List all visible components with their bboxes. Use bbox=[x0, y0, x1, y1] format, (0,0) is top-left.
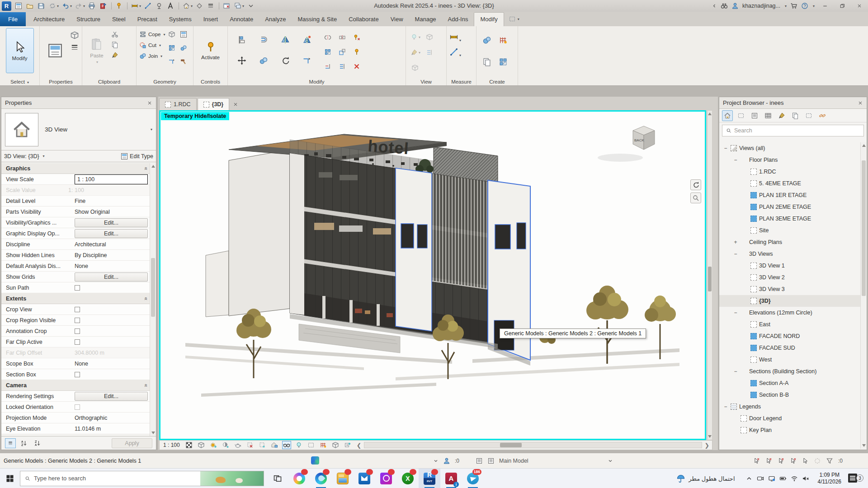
status-app-icon[interactable] bbox=[311, 456, 319, 465]
close-view-tab-icon[interactable] bbox=[230, 98, 241, 110]
selected-facade-panel[interactable] bbox=[396, 168, 432, 331]
tree-item[interactable]: 3D View 2 bbox=[719, 272, 860, 283]
text-note-icon[interactable] bbox=[166, 2, 176, 10]
help-icon[interactable] bbox=[801, 2, 808, 9]
browser-scrollbar[interactable] bbox=[860, 142, 867, 449]
tree-item[interactable]: Section B-B bbox=[719, 389, 860, 401]
tree-item[interactable]: 1.RDC bbox=[719, 166, 860, 178]
app-edge[interactable] bbox=[310, 469, 332, 488]
tree-item[interactable]: 5. 4EME ETAGE bbox=[719, 178, 860, 189]
type-properties-icon[interactable] bbox=[70, 43, 79, 52]
browser-sheets-icon[interactable] bbox=[776, 110, 787, 121]
view-panel-label[interactable]: View bbox=[406, 79, 446, 84]
tree-item[interactable]: Site bbox=[719, 225, 860, 236]
property-row[interactable]: Annotation Crop bbox=[1, 326, 150, 337]
trim-extend-corner-icon[interactable] bbox=[299, 52, 315, 70]
view-tab[interactable]: 1.RDC bbox=[159, 98, 197, 110]
sort-descending-icon[interactable] bbox=[32, 438, 43, 448]
unpin-icon[interactable] bbox=[350, 31, 363, 44]
property-row[interactable]: Graphics bbox=[1, 163, 150, 174]
app-outlook[interactable] bbox=[354, 469, 375, 488]
ribbon-tab[interactable]: Systems bbox=[163, 13, 198, 26]
tree-item[interactable]: Key Plan bbox=[719, 424, 860, 436]
delete-icon[interactable] bbox=[350, 60, 363, 73]
tree-item[interactable]: − Elevations (12mm Circle) bbox=[719, 307, 860, 319]
worksets-icon[interactable] bbox=[443, 457, 450, 465]
restore-button[interactable] bbox=[834, 0, 851, 12]
default-3d-view-icon[interactable]: ▾ bbox=[182, 2, 193, 10]
browser-views-icon[interactable] bbox=[736, 110, 746, 121]
property-row[interactable]: Locked Orientation bbox=[1, 402, 150, 413]
tree-item[interactable]: Section A-A bbox=[719, 377, 860, 389]
trim-extend-single-icon[interactable] bbox=[321, 60, 335, 73]
mirror-draw-axis-icon[interactable] bbox=[299, 31, 315, 49]
browser-search-box[interactable]: Search bbox=[722, 125, 864, 136]
view-tab[interactable]: {3D} bbox=[198, 98, 230, 110]
print-icon[interactable] bbox=[87, 2, 97, 10]
split-with-gap-icon[interactable] bbox=[335, 31, 349, 44]
drag-on-selection-icon[interactable] bbox=[802, 457, 809, 465]
scroll-right-icon[interactable]: ❯ bbox=[705, 442, 709, 449]
copy-icon[interactable] bbox=[256, 52, 271, 70]
background-process-icon[interactable] bbox=[814, 457, 821, 465]
canvas-vertical-scrollbar[interactable] bbox=[707, 110, 712, 440]
array-icon[interactable] bbox=[321, 45, 335, 59]
properties-panel-label[interactable]: Properties bbox=[40, 79, 82, 84]
weather-widget[interactable]: احتمال هطول مطر bbox=[676, 474, 735, 483]
tree-item[interactable]: − Sections (Building Section) bbox=[719, 366, 860, 377]
linework-icon[interactable]: ▾ bbox=[409, 45, 422, 60]
checkbox[interactable] bbox=[75, 404, 80, 410]
view-scale-button[interactable]: 1 : 100 bbox=[160, 442, 184, 448]
tree-item[interactable]: − Views (all) bbox=[719, 142, 860, 154]
model-line-icon[interactable] bbox=[143, 2, 153, 10]
app-telegram[interactable]: 186 bbox=[462, 469, 484, 488]
edit-profile-icon[interactable] bbox=[168, 58, 175, 65]
create-parts-icon[interactable] bbox=[479, 52, 495, 72]
tree-item[interactable]: PLAN 3EME ETAGE bbox=[719, 213, 860, 225]
revit-logo[interactable]: R bbox=[2, 1, 11, 11]
ribbon-tab[interactable]: Insert bbox=[198, 13, 224, 26]
select-links-icon[interactable] bbox=[753, 457, 760, 465]
task-view-button[interactable] bbox=[267, 469, 288, 488]
ribbon-tab[interactable]: Massing & Site bbox=[292, 13, 343, 26]
property-row[interactable]: Eye Elevation 11.0146 m bbox=[1, 423, 150, 434]
property-row[interactable]: Parts Visibility Show Original bbox=[1, 206, 150, 217]
browser-links-icon[interactable] bbox=[817, 110, 828, 121]
property-row[interactable]: Extents bbox=[1, 293, 150, 304]
demolish-icon[interactable] bbox=[180, 58, 187, 65]
browser-groups-icon[interactable] bbox=[803, 110, 814, 121]
create-group-icon[interactable] bbox=[479, 30, 495, 51]
search-icon[interactable] bbox=[721, 2, 728, 9]
sync-collaborate-icon[interactable]: ▾ bbox=[48, 2, 60, 10]
mirror-pick-axis-icon[interactable] bbox=[278, 31, 293, 49]
property-row[interactable]: Scale Value 1: 100 bbox=[1, 185, 150, 196]
app-copilot[interactable] bbox=[288, 469, 310, 488]
tree-item[interactable]: − Floor Plans bbox=[719, 154, 860, 166]
aligned-dimension-icon[interactable]: ▾ bbox=[130, 2, 142, 10]
tray-display-icon[interactable] bbox=[768, 475, 775, 482]
default-order-icon[interactable] bbox=[5, 438, 16, 448]
reveal-hidden-icon[interactable]: ▾ bbox=[409, 30, 422, 44]
separator[interactable] bbox=[127, 2, 127, 9]
paste-button[interactable]: Paste▾ bbox=[85, 28, 108, 73]
active-design-option[interactable]: Main Model bbox=[499, 458, 603, 464]
select-by-face-icon[interactable] bbox=[789, 457, 797, 465]
zoom-icon[interactable] bbox=[690, 192, 701, 203]
ribbon-tab[interactable]: Collaborate bbox=[343, 13, 385, 26]
property-row[interactable]: Far Clip Offset 304.8000 m bbox=[1, 347, 150, 358]
geometry-panel-label[interactable]: Geometry bbox=[137, 79, 193, 84]
ribbon-tab[interactable]: File bbox=[0, 12, 26, 26]
tree-item[interactable]: + Ceiling Plans bbox=[719, 236, 860, 248]
design-options-icon[interactable] bbox=[487, 457, 495, 465]
temporary-hide-isolate-label[interactable]: Temporary Hide/Isolate bbox=[161, 112, 229, 120]
beam-icon[interactable] bbox=[168, 31, 175, 38]
property-row[interactable]: Section Box bbox=[1, 369, 150, 380]
aligned-dimension-icon[interactable]: ▾ bbox=[449, 33, 461, 43]
ribbon-tab[interactable]: View bbox=[385, 13, 409, 26]
select-pinned-icon[interactable] bbox=[777, 457, 784, 465]
pin-icon[interactable] bbox=[350, 45, 363, 59]
properties-scrollbar[interactable] bbox=[150, 163, 156, 436]
type-selector-dropdown-icon[interactable]: ▾ bbox=[151, 127, 152, 131]
checkbox[interactable] bbox=[75, 307, 80, 312]
help-dropdown-icon[interactable]: ▾ bbox=[813, 4, 815, 8]
